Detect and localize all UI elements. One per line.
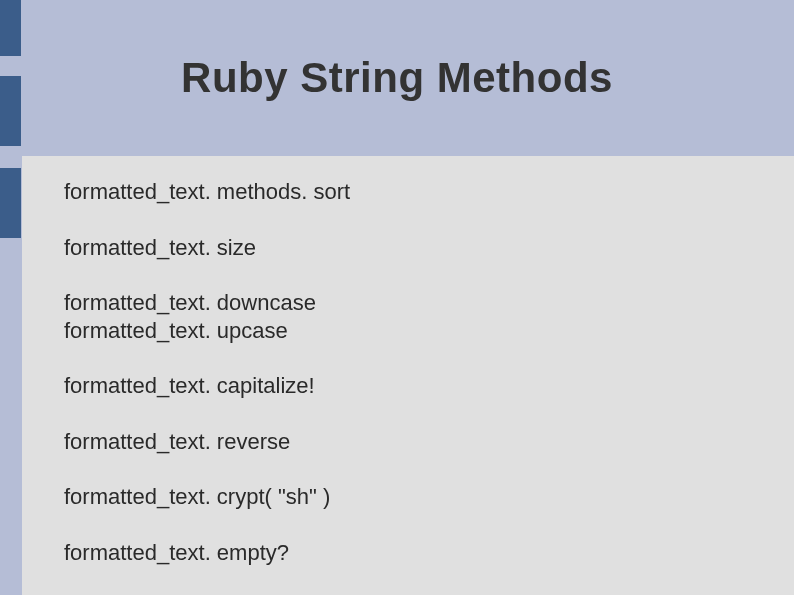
code-line: formatted_text. upcase xyxy=(64,317,754,345)
code-line: formatted_text. methods. sort xyxy=(64,178,754,206)
slide: Ruby String Methods formatted_text. meth… xyxy=(0,0,794,595)
paragraph-7: formatted_text. empty? xyxy=(64,539,754,567)
code-line: formatted_text. downcase xyxy=(64,289,754,317)
paragraph-6: formatted_text. crypt( "sh" ) xyxy=(64,483,754,511)
slide-body: formatted_text. methods. sort formatted_… xyxy=(64,178,754,594)
rail-segment-1 xyxy=(0,0,21,56)
paragraph-2: formatted_text. size xyxy=(64,234,754,262)
paragraph-1: formatted_text. methods. sort xyxy=(64,178,754,206)
code-line: formatted_text. crypt( "sh" ) xyxy=(64,483,754,511)
rail-segment-2 xyxy=(0,76,21,146)
rail-segment-3 xyxy=(0,168,21,238)
paragraph-3: formatted_text. downcase formatted_text.… xyxy=(64,289,754,344)
paragraph-5: formatted_text. reverse xyxy=(64,428,754,456)
paragraph-4: formatted_text. capitalize! xyxy=(64,372,754,400)
title-band: Ruby String Methods xyxy=(0,0,794,156)
code-line: formatted_text. empty? xyxy=(64,539,754,567)
code-line: formatted_text. size xyxy=(64,234,754,262)
slide-title: Ruby String Methods xyxy=(181,54,613,102)
code-line: formatted_text. capitalize! xyxy=(64,372,754,400)
code-line: formatted_text. reverse xyxy=(64,428,754,456)
